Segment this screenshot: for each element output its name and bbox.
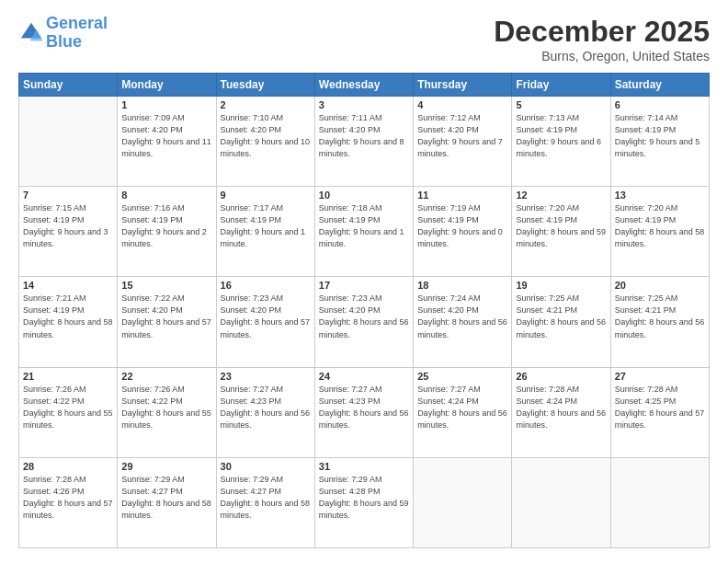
day-cell xyxy=(512,457,610,547)
sunrise-text: Sunrise: 7:12 AM xyxy=(417,112,507,124)
sunset-text: Sunset: 4:25 PM xyxy=(615,396,705,408)
day-number: 10 xyxy=(319,190,409,201)
daylight-text: Daylight: 9 hours and 10 minutes. xyxy=(221,136,311,160)
daylight-text: Daylight: 8 hours and 55 minutes. xyxy=(23,408,113,431)
day-number: 20 xyxy=(615,280,705,291)
daylight-text: Daylight: 8 hours and 59 minutes. xyxy=(319,498,409,522)
sunset-text: Sunset: 4:19 PM xyxy=(417,214,507,226)
day-number: 5 xyxy=(516,99,606,110)
week-row-1: 1 Sunrise: 7:09 AM Sunset: 4:20 PM Dayli… xyxy=(19,97,710,187)
header-saturday: Saturday xyxy=(610,74,709,97)
day-number: 25 xyxy=(417,371,507,382)
sunrise-text: Sunrise: 7:24 AM xyxy=(417,293,507,304)
day-cell: 19 Sunrise: 7:25 AM Sunset: 4:21 PM Dayl… xyxy=(512,277,610,367)
header-wednesday: Wednesday xyxy=(314,74,413,97)
sunrise-text: Sunrise: 7:28 AM xyxy=(516,384,606,396)
day-cell: 28 Sunrise: 7:28 AM Sunset: 4:26 PM Dayl… xyxy=(19,457,118,547)
day-number: 24 xyxy=(319,371,409,382)
daylight-text: Daylight: 8 hours and 56 minutes. xyxy=(516,316,606,340)
sunrise-text: Sunrise: 7:13 AM xyxy=(516,112,606,124)
day-info: Sunrise: 7:26 AM Sunset: 4:22 PM Dayligh… xyxy=(121,384,211,431)
daylight-text: Daylight: 8 hours and 56 minutes. xyxy=(417,316,507,340)
sunset-text: Sunset: 4:20 PM xyxy=(319,124,409,136)
sunset-text: Sunset: 4:20 PM xyxy=(121,304,211,316)
day-number: 9 xyxy=(221,190,311,201)
day-number: 4 xyxy=(417,99,507,110)
day-cell: 2 Sunrise: 7:10 AM Sunset: 4:20 PM Dayli… xyxy=(216,97,314,187)
month-title: December 2025 xyxy=(494,15,710,49)
day-number: 14 xyxy=(23,280,113,291)
day-number: 28 xyxy=(23,461,113,472)
day-cell: 24 Sunrise: 7:27 AM Sunset: 4:23 PM Dayl… xyxy=(314,367,413,457)
day-cell: 9 Sunrise: 7:17 AM Sunset: 4:19 PM Dayli… xyxy=(216,187,314,277)
logo: General Blue xyxy=(18,15,108,52)
daylight-text: Daylight: 8 hours and 57 minutes. xyxy=(23,498,113,522)
day-cell: 26 Sunrise: 7:28 AM Sunset: 4:24 PM Dayl… xyxy=(512,367,610,457)
day-number: 11 xyxy=(417,190,507,201)
daylight-text: Daylight: 8 hours and 57 minutes. xyxy=(221,316,311,340)
daylight-text: Daylight: 9 hours and 1 minute. xyxy=(319,226,409,250)
calendar: Sunday Monday Tuesday Wednesday Thursday… xyxy=(18,73,710,548)
day-cell: 17 Sunrise: 7:23 AM Sunset: 4:20 PM Dayl… xyxy=(314,277,413,367)
sunrise-text: Sunrise: 7:21 AM xyxy=(23,293,113,304)
sunrise-text: Sunrise: 7:23 AM xyxy=(319,293,409,304)
sunset-text: Sunset: 4:26 PM xyxy=(23,486,113,498)
sunrise-text: Sunrise: 7:29 AM xyxy=(121,474,211,486)
day-number: 3 xyxy=(319,99,409,110)
day-info: Sunrise: 7:13 AM Sunset: 4:19 PM Dayligh… xyxy=(516,112,606,160)
day-cell: 29 Sunrise: 7:29 AM Sunset: 4:27 PM Dayl… xyxy=(118,457,216,547)
daylight-text: Daylight: 8 hours and 58 minutes. xyxy=(221,498,311,522)
sunset-text: Sunset: 4:27 PM xyxy=(121,486,211,498)
sunrise-text: Sunrise: 7:26 AM xyxy=(121,384,211,396)
sunset-text: Sunset: 4:19 PM xyxy=(121,214,211,226)
daylight-text: Daylight: 9 hours and 7 minutes. xyxy=(417,136,507,160)
day-number: 21 xyxy=(23,371,113,382)
day-cell: 31 Sunrise: 7:29 AM Sunset: 4:28 PM Dayl… xyxy=(314,457,413,547)
daylight-text: Daylight: 8 hours and 56 minutes. xyxy=(319,316,409,340)
day-number: 2 xyxy=(221,99,311,110)
day-cell: 3 Sunrise: 7:11 AM Sunset: 4:20 PM Dayli… xyxy=(314,97,413,187)
logo-icon xyxy=(18,20,44,46)
sunrise-text: Sunrise: 7:10 AM xyxy=(221,112,311,124)
location: Burns, Oregon, United States xyxy=(494,49,710,63)
day-number: 1 xyxy=(121,99,211,110)
sunrise-text: Sunrise: 7:29 AM xyxy=(221,474,311,486)
daylight-text: Daylight: 8 hours and 58 minutes. xyxy=(121,498,211,522)
daylight-text: Daylight: 9 hours and 8 minutes. xyxy=(319,136,409,160)
daylight-text: Daylight: 9 hours and 0 minutes. xyxy=(417,226,507,250)
daylight-text: Daylight: 9 hours and 5 minutes. xyxy=(615,136,705,160)
sunset-text: Sunset: 4:20 PM xyxy=(221,124,311,136)
daylight-text: Daylight: 9 hours and 11 minutes. xyxy=(121,136,211,160)
sunrise-text: Sunrise: 7:25 AM xyxy=(516,293,606,304)
sunrise-text: Sunrise: 7:27 AM xyxy=(417,384,507,396)
sunset-text: Sunset: 4:19 PM xyxy=(221,214,311,226)
day-info: Sunrise: 7:28 AM Sunset: 4:26 PM Dayligh… xyxy=(23,474,113,522)
day-info: Sunrise: 7:23 AM Sunset: 4:20 PM Dayligh… xyxy=(319,293,409,340)
day-cell: 1 Sunrise: 7:09 AM Sunset: 4:20 PM Dayli… xyxy=(118,97,216,187)
day-info: Sunrise: 7:20 AM Sunset: 4:19 PM Dayligh… xyxy=(516,202,606,250)
day-info: Sunrise: 7:21 AM Sunset: 4:19 PM Dayligh… xyxy=(23,293,113,340)
day-number: 27 xyxy=(615,371,705,382)
day-info: Sunrise: 7:28 AM Sunset: 4:24 PM Dayligh… xyxy=(516,384,606,431)
header: General Blue December 2025 Burns, Oregon… xyxy=(18,15,710,63)
day-cell: 7 Sunrise: 7:15 AM Sunset: 4:19 PM Dayli… xyxy=(19,187,118,277)
day-number: 8 xyxy=(121,190,211,201)
sunrise-text: Sunrise: 7:09 AM xyxy=(121,112,211,124)
day-info: Sunrise: 7:26 AM Sunset: 4:22 PM Dayligh… xyxy=(23,384,113,431)
day-cell: 27 Sunrise: 7:28 AM Sunset: 4:25 PM Dayl… xyxy=(610,367,709,457)
day-number: 23 xyxy=(221,371,311,382)
day-cell: 23 Sunrise: 7:27 AM Sunset: 4:23 PM Dayl… xyxy=(216,367,314,457)
week-row-4: 21 Sunrise: 7:26 AM Sunset: 4:22 PM Dayl… xyxy=(19,367,710,457)
day-number: 15 xyxy=(121,280,211,291)
day-info: Sunrise: 7:27 AM Sunset: 4:23 PM Dayligh… xyxy=(221,384,311,431)
day-info: Sunrise: 7:22 AM Sunset: 4:20 PM Dayligh… xyxy=(121,293,211,340)
header-thursday: Thursday xyxy=(414,74,512,97)
title-area: December 2025 Burns, Oregon, United Stat… xyxy=(494,15,710,63)
sunset-text: Sunset: 4:23 PM xyxy=(319,396,409,408)
sunrise-text: Sunrise: 7:28 AM xyxy=(23,474,113,486)
day-cell: 13 Sunrise: 7:20 AM Sunset: 4:19 PM Dayl… xyxy=(610,187,709,277)
week-row-2: 7 Sunrise: 7:15 AM Sunset: 4:19 PM Dayli… xyxy=(19,187,710,277)
day-info: Sunrise: 7:17 AM Sunset: 4:19 PM Dayligh… xyxy=(221,202,311,250)
day-cell: 14 Sunrise: 7:21 AM Sunset: 4:19 PM Dayl… xyxy=(19,277,118,367)
day-info: Sunrise: 7:27 AM Sunset: 4:24 PM Dayligh… xyxy=(417,384,507,431)
